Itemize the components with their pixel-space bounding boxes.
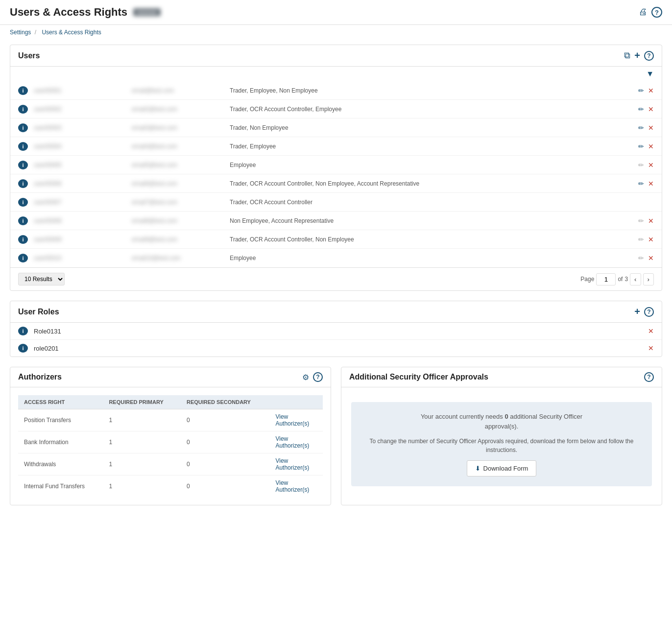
security-info-box: Your account currently needs 0 additiona… bbox=[351, 402, 652, 486]
total-pages: 3 bbox=[624, 276, 628, 283]
edit-icon[interactable]: ✏ bbox=[638, 143, 644, 150]
required-primary: 1 bbox=[103, 475, 181, 498]
user-email: email4@test.com bbox=[132, 143, 230, 150]
table-row: i user00002 email2@test.com Trader, OCR … bbox=[10, 100, 662, 119]
info-icon[interactable]: i bbox=[18, 86, 28, 95]
roles-help-icon[interactable]: ? bbox=[644, 307, 654, 317]
role-info-icon[interactable]: i bbox=[18, 327, 28, 335]
edit-icon[interactable]: ✏ bbox=[638, 124, 644, 132]
access-right: Withdrawals bbox=[18, 453, 103, 475]
table-row: i user00008 email8@test.com Non Employee… bbox=[10, 212, 662, 230]
delete-icon[interactable]: ✕ bbox=[648, 105, 654, 113]
info-icon[interactable]: i bbox=[18, 216, 28, 225]
view-authorizers-link[interactable]: ViewAuthorizer(s) bbox=[275, 479, 317, 493]
view-authorizers-link[interactable]: ViewAuthorizer(s) bbox=[275, 457, 317, 471]
add-user-icon[interactable]: + bbox=[634, 50, 640, 61]
copy-users-icon[interactable]: ⧉ bbox=[624, 50, 630, 61]
table-row: Internal Fund Transfers 1 0 ViewAuthoriz… bbox=[18, 475, 323, 498]
filter-icon[interactable]: ▼ bbox=[646, 70, 654, 78]
delete-icon[interactable]: ✕ bbox=[648, 124, 654, 132]
next-page-button[interactable]: › bbox=[643, 273, 654, 285]
edit-icon[interactable]: ✏ bbox=[638, 105, 644, 113]
add-role-icon[interactable]: + bbox=[634, 306, 640, 317]
info-icon[interactable]: i bbox=[18, 235, 28, 244]
required-secondary: 0 bbox=[181, 453, 269, 475]
help-icon[interactable]: ? bbox=[651, 7, 662, 18]
table-row: Position Transfers 1 0 ViewAuthorizer(s) bbox=[18, 409, 323, 431]
table-row: i user00004 email4@test.com Trader, Empl… bbox=[10, 137, 662, 156]
authorizers-help-icon[interactable]: ? bbox=[313, 372, 323, 382]
users-help-icon[interactable]: ? bbox=[644, 51, 654, 61]
col-access-right: ACCESS RIGHT bbox=[18, 395, 103, 409]
view-authorizers-link[interactable]: ViewAuthorizer(s) bbox=[275, 413, 317, 427]
user-email: email9@test.com bbox=[132, 236, 230, 243]
delete-icon[interactable]: ✕ bbox=[648, 143, 654, 150]
gear-icon[interactable]: ⚙ bbox=[302, 373, 309, 382]
security-section: Additional Security Officer Approvals ? … bbox=[341, 367, 662, 505]
info-icon[interactable]: i bbox=[18, 123, 28, 132]
authorizers-title: Authorizers bbox=[18, 373, 62, 381]
authorizers-section: Authorizers ⚙ ? ACCESS RIGHT REQUIRED PR… bbox=[10, 367, 331, 505]
col-required-secondary: REQUIRED SECONDARY bbox=[181, 395, 269, 409]
table-row: i user00005 email5@test.com Employee ✏ ✕ bbox=[10, 156, 662, 174]
col-required-primary: REQUIRED PRIMARY bbox=[103, 395, 181, 409]
required-secondary: 0 bbox=[181, 475, 269, 498]
user-email: email7@test.com bbox=[132, 199, 230, 206]
breadcrumb-settings[interactable]: Settings bbox=[10, 29, 31, 36]
user-roles: Trader, OCR Account Controller, Employee bbox=[230, 106, 638, 113]
list-item: i Role0131 ✕ bbox=[10, 323, 662, 340]
print-icon[interactable]: 🖨 bbox=[639, 7, 648, 18]
list-item: i role0201 ✕ bbox=[10, 340, 662, 357]
user-email: email8@test.com bbox=[132, 217, 230, 224]
view-authorizers-link[interactable]: ViewAuthorizer(s) bbox=[275, 435, 317, 449]
user-email: email6@test.com bbox=[132, 180, 230, 187]
delete-icon[interactable]: ✕ bbox=[648, 254, 654, 262]
role-delete-icon[interactable]: ✕ bbox=[648, 344, 654, 352]
edit-icon[interactable]: ✏ bbox=[638, 180, 644, 188]
edit-icon-grey[interactable]: ✏ bbox=[638, 254, 644, 262]
access-right: Position Transfers bbox=[18, 409, 103, 431]
edit-icon-grey[interactable]: ✏ bbox=[638, 161, 644, 169]
info-icon[interactable]: i bbox=[18, 142, 28, 151]
role-delete-icon[interactable]: ✕ bbox=[648, 327, 654, 335]
required-secondary: 0 bbox=[181, 431, 269, 453]
table-row: i user00006 email6@test.com Trader, OCR … bbox=[10, 174, 662, 193]
results-select[interactable]: 10 Results bbox=[18, 273, 65, 285]
delete-icon[interactable]: ✕ bbox=[648, 180, 654, 188]
user-name: user00007 bbox=[34, 199, 132, 206]
role-name: Role0131 bbox=[34, 328, 648, 335]
table-row: i user00001 email@test.com Trader, Emplo… bbox=[10, 81, 662, 100]
delete-icon[interactable]: ✕ bbox=[648, 236, 654, 243]
prev-page-button[interactable]: ‹ bbox=[630, 273, 641, 285]
role-info-icon[interactable]: i bbox=[18, 344, 28, 353]
edit-icon-grey[interactable]: ✏ bbox=[638, 217, 644, 225]
delete-icon[interactable]: ✕ bbox=[648, 217, 654, 225]
table-row: i user00007 email7@test.com Trader, OCR … bbox=[10, 193, 662, 212]
edit-icon[interactable]: ✏ bbox=[638, 87, 644, 95]
info-icon[interactable]: i bbox=[18, 105, 28, 114]
of-label: of bbox=[618, 276, 623, 283]
delete-icon[interactable]: ✕ bbox=[648, 87, 654, 95]
page-header: Users & Access Rights ●●●●●● 🖨 ? bbox=[0, 0, 672, 25]
user-roles-section: User Roles + ? i Role0131 ✕ i role0201 ✕ bbox=[10, 301, 662, 357]
download-form-button[interactable]: ⬇ Download Form bbox=[467, 460, 537, 476]
user-email: email5@test.com bbox=[132, 162, 230, 168]
info-icon[interactable]: i bbox=[18, 254, 28, 262]
col-action bbox=[269, 395, 323, 409]
user-name: user00005 bbox=[34, 162, 132, 168]
access-right: Internal Fund Transfers bbox=[18, 475, 103, 498]
security-title: Additional Security Officer Approvals bbox=[349, 373, 488, 381]
info-icon[interactable]: i bbox=[18, 161, 28, 169]
delete-icon[interactable]: ✕ bbox=[648, 161, 654, 169]
users-table: i user00001 email@test.com Trader, Emplo… bbox=[10, 81, 662, 267]
info-icon[interactable]: i bbox=[18, 198, 28, 207]
edit-icon-grey[interactable]: ✏ bbox=[638, 236, 644, 243]
user-name: user00002 bbox=[34, 106, 132, 113]
security-help-icon[interactable]: ? bbox=[644, 372, 654, 382]
user-roles: Non Employee, Account Representative bbox=[230, 217, 638, 224]
user-roles-title: User Roles bbox=[18, 308, 59, 316]
user-email: email2@test.com bbox=[132, 106, 230, 113]
info-icon[interactable]: i bbox=[18, 179, 28, 188]
page-input[interactable] bbox=[596, 273, 616, 285]
user-roles: Trader, OCR Account Controller, Non Empl… bbox=[230, 236, 638, 243]
